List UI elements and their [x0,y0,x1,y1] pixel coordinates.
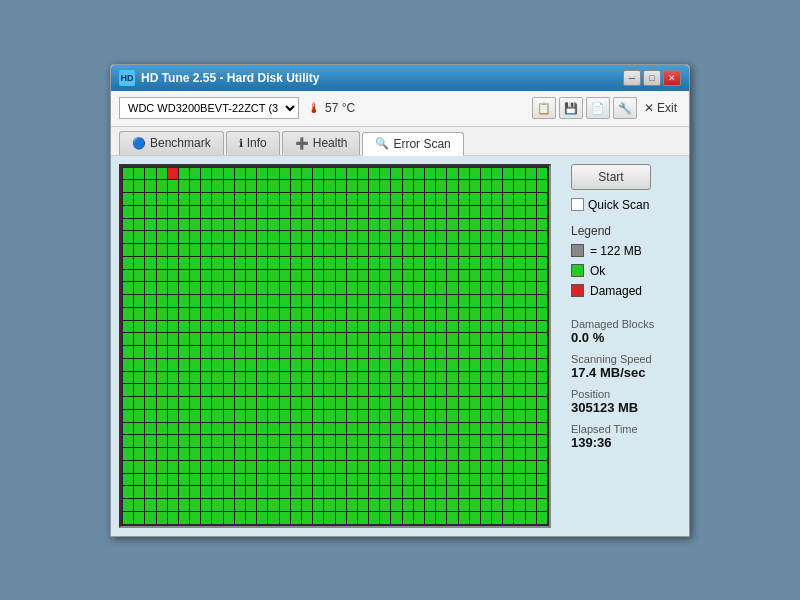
grid-cell [481,512,491,524]
grid-cell [403,308,413,320]
grid-cell [280,359,290,371]
grid-cell [336,257,346,269]
grid-cell [358,257,368,269]
grid-cell [190,180,200,192]
grid-cell [369,435,379,447]
grid-cell [123,193,133,205]
grid-cell [268,333,278,345]
grid-cell [481,219,491,231]
grid-cell [190,448,200,460]
close-button[interactable]: ✕ [663,70,681,86]
minimize-button[interactable]: ─ [623,70,641,86]
grid-cell [324,435,334,447]
grid-cell [246,206,256,218]
grid-cell [459,282,469,294]
grid-cell [459,231,469,243]
grid-cell [369,372,379,384]
grid-cell [145,206,155,218]
grid-cell [302,244,312,256]
toolbar: WDC WD3200BEVT-22ZCT (320 GB) 🌡 57 °C 📋 … [111,91,689,127]
grid-cell [336,295,346,307]
grid-cell [514,512,524,524]
grid-cell [347,397,357,409]
grid-cell [324,474,334,486]
grid-cell [190,512,200,524]
grid-cell [302,295,312,307]
grid-cell [503,512,513,524]
grid-cell [414,372,424,384]
temperature-display: 🌡 57 °C [307,100,355,116]
grid-cell [168,282,178,294]
grid-cell [268,474,278,486]
grid-cell [470,282,480,294]
grid-cell [168,435,178,447]
grid-cell [190,486,200,498]
save-icon-btn[interactable]: 💾 [559,97,583,119]
grid-cell [179,474,189,486]
grid-cell [145,219,155,231]
copy-icon-btn[interactable]: 📄 [586,97,610,119]
grid-cell [123,270,133,282]
elapsed-time-value: 139:36 [571,435,681,450]
grid-cell [537,193,547,205]
grid-cell [291,308,301,320]
tab-error-scan[interactable]: 🔍 Error Scan [362,132,463,156]
grid-cell [235,333,245,345]
grid-cell [190,346,200,358]
grid-cell [459,295,469,307]
grid-cell [447,423,457,435]
grid-cell [257,206,267,218]
tab-benchmark[interactable]: 🔵 Benchmark [119,131,224,155]
grid-cell [514,282,524,294]
maximize-button[interactable]: □ [643,70,661,86]
grid-cell [347,384,357,396]
grid-cell [436,257,446,269]
start-button[interactable]: Start [571,164,651,190]
grid-cell [403,333,413,345]
grid-cell [492,448,502,460]
grid-cell [537,168,547,180]
grid-cell [336,486,346,498]
grid-cell [157,295,167,307]
grid-cell [425,397,435,409]
quick-scan-checkbox[interactable] [571,198,584,211]
info-icon-btn[interactable]: 📋 [532,97,556,119]
grid-cell [235,359,245,371]
grid-cell [168,512,178,524]
grid-cell [190,257,200,269]
grid-cell [447,231,457,243]
grid-cell [157,193,167,205]
grid-cell [235,168,245,180]
grid-cell [347,231,357,243]
grid-cell [336,168,346,180]
grid-cell [145,435,155,447]
grid-cell [157,219,167,231]
grid-cell [235,410,245,422]
exit-button[interactable]: ✕ Exit [640,97,681,119]
grid-cell [280,321,290,333]
grid-cell [492,423,502,435]
tab-info[interactable]: ℹ Info [226,131,280,155]
tools-icon-btn[interactable]: 🔧 [613,97,637,119]
tab-health[interactable]: ➕ Health [282,131,361,155]
grid-cell [526,512,536,524]
grid-cell [145,397,155,409]
grid-cell [235,461,245,473]
drive-selector[interactable]: WDC WD3200BEVT-22ZCT (320 GB) [119,97,299,119]
grid-cell [414,308,424,320]
grid-cell [369,410,379,422]
grid-cell [537,180,547,192]
grid-cell [224,193,234,205]
grid-cell [425,321,435,333]
grid-cell [257,333,267,345]
grid-cell [436,295,446,307]
grid-cell [526,333,536,345]
grid-cell [134,359,144,371]
grid-cell [157,168,167,180]
grid-cell [526,448,536,460]
grid-cell [123,384,133,396]
grid-cell [224,474,234,486]
grid-cell [380,244,390,256]
grid-cell [503,244,513,256]
grid-cell [380,499,390,511]
